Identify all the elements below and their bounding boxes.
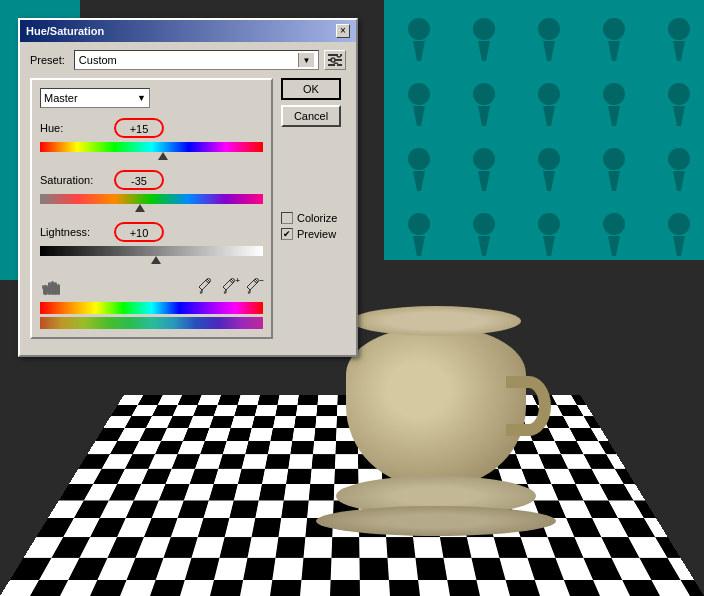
lightness-slider-thumb[interactable] xyxy=(151,254,161,264)
preset-select[interactable]: Custom ▼ xyxy=(74,50,319,70)
svg-marker-5 xyxy=(543,41,555,61)
eyedropper-1-button[interactable] xyxy=(195,276,215,296)
preview-label: Preview xyxy=(297,228,336,240)
cup-rim xyxy=(351,306,521,336)
cup-saucer xyxy=(316,506,556,536)
bottom-controls: + − xyxy=(40,274,263,298)
keyhole-icon xyxy=(654,140,704,195)
keyhole-icon xyxy=(654,75,704,130)
gradient-bars xyxy=(40,302,263,329)
colorize-checkbox[interactable] xyxy=(281,212,293,224)
keyhole-icon xyxy=(459,205,509,260)
keyhole-icon xyxy=(524,140,574,195)
svg-marker-33 xyxy=(478,236,490,256)
cancel-button[interactable]: Cancel xyxy=(281,105,341,127)
hue-gradient-track xyxy=(40,142,263,152)
svg-point-22 xyxy=(473,148,495,170)
keyhole-icon xyxy=(589,140,639,195)
svg-marker-25 xyxy=(543,171,555,191)
svg-point-28 xyxy=(668,148,690,170)
keyhole-icon xyxy=(394,205,444,260)
svg-point-12 xyxy=(473,83,495,105)
svg-marker-31 xyxy=(413,236,425,256)
svg-rect-52 xyxy=(54,282,57,295)
keyhole-icon xyxy=(589,10,639,65)
eyedropper-2-button[interactable]: + xyxy=(219,276,239,296)
main-panel: Master ▼ Hue: +15 xyxy=(30,78,273,339)
original-gradient-bar xyxy=(40,302,263,314)
svg-marker-37 xyxy=(608,236,620,256)
svg-marker-13 xyxy=(478,106,490,126)
keyhole-icon xyxy=(394,140,444,195)
checkmark-icon: ✔ xyxy=(283,229,291,239)
svg-marker-9 xyxy=(673,41,685,61)
hue-label-row: Hue: +15 xyxy=(40,118,263,138)
saturation-slider-row: Saturation: -35 xyxy=(40,170,263,212)
preset-options-button[interactable] xyxy=(324,50,346,70)
saturation-slider-thumb[interactable] xyxy=(135,202,145,212)
svg-point-8 xyxy=(668,18,690,40)
lightness-value-box[interactable]: +10 xyxy=(114,222,164,242)
svg-point-4 xyxy=(538,18,560,40)
svg-marker-11 xyxy=(413,106,425,126)
svg-marker-21 xyxy=(413,171,425,191)
lightness-slider-track[interactable] xyxy=(40,246,263,264)
saturation-slider-track[interactable] xyxy=(40,194,263,212)
svg-point-16 xyxy=(603,83,625,105)
svg-point-2 xyxy=(473,18,495,40)
svg-marker-7 xyxy=(608,41,620,61)
keyhole-icon xyxy=(459,75,509,130)
dialog-titlebar: Hue/Saturation × xyxy=(20,20,356,42)
saturation-value: -35 xyxy=(131,175,147,187)
svg-rect-49 xyxy=(43,285,48,295)
saturation-label: Saturation: xyxy=(40,174,108,186)
hue-value: +15 xyxy=(130,123,149,135)
colorize-label: Colorize xyxy=(297,212,337,224)
svg-point-6 xyxy=(603,18,625,40)
svg-point-24 xyxy=(538,148,560,170)
svg-marker-23 xyxy=(478,171,490,191)
lightness-label-row: Lightness: +10 xyxy=(40,222,263,242)
svg-point-20 xyxy=(408,148,430,170)
svg-marker-27 xyxy=(608,171,620,191)
svg-rect-51 xyxy=(51,281,54,295)
ok-button[interactable]: OK xyxy=(281,78,341,100)
svg-marker-35 xyxy=(543,236,555,256)
svg-marker-15 xyxy=(543,106,555,126)
keyhole-icon xyxy=(654,10,704,65)
dialog-title: Hue/Saturation xyxy=(26,25,104,37)
hue-value-box[interactable]: +15 xyxy=(114,118,164,138)
preview-checkbox[interactable]: ✔ xyxy=(281,228,293,240)
colorize-row: Colorize xyxy=(281,212,346,224)
svg-point-38 xyxy=(668,213,690,235)
lightness-slider-row: Lightness: +10 xyxy=(40,222,263,264)
right-panel: OK Cancel Colorize ✔ Preview xyxy=(281,78,346,347)
svg-marker-29 xyxy=(673,171,685,191)
preview-row: ✔ Preview xyxy=(281,228,346,240)
hue-slider-track[interactable] xyxy=(40,142,263,160)
hand-tool-button[interactable] xyxy=(40,274,64,298)
saturation-value-box[interactable]: -35 xyxy=(114,170,164,190)
keyhole-icon xyxy=(394,10,444,65)
saturation-gradient-track xyxy=(40,194,263,204)
svg-point-34 xyxy=(538,213,560,235)
channel-dropdown-arrow-icon: ▼ xyxy=(137,93,146,103)
svg-point-36 xyxy=(603,213,625,235)
channel-row: Master ▼ xyxy=(40,88,263,108)
dialog-close-button[interactable]: × xyxy=(336,24,350,38)
preset-value: Custom xyxy=(79,54,298,66)
preset-dropdown-arrow-icon[interactable]: ▼ xyxy=(298,53,314,67)
keyhole-icon xyxy=(459,10,509,65)
keyhole-icon xyxy=(589,205,639,260)
keyhole-icon xyxy=(654,205,704,260)
hue-slider-thumb[interactable] xyxy=(158,150,168,160)
adjusted-gradient-bar xyxy=(40,317,263,329)
channel-select[interactable]: Master ▼ xyxy=(40,88,150,108)
preset-label: Preset: xyxy=(30,54,65,66)
svg-marker-19 xyxy=(673,106,685,126)
eyedropper-3-button[interactable]: − xyxy=(243,276,263,296)
keyhole-icon xyxy=(524,205,574,260)
keyhole-icon xyxy=(524,75,574,130)
eyedropper-buttons: + − xyxy=(195,276,263,296)
svg-point-18 xyxy=(668,83,690,105)
